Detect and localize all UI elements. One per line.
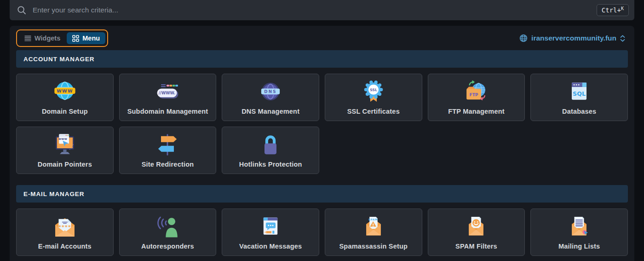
menu-card-e-mail-accounts[interactable]: ****E-mail Accounts	[16, 209, 114, 256]
menu-card-label: Spamassassin Setup	[339, 243, 408, 250]
domain-selector[interactable]: iranservercommunity.fun	[519, 34, 628, 42]
menu-view-label: Menu	[82, 35, 100, 42]
menu-card-ftp-management[interactable]: FTPFTP Management	[428, 74, 525, 121]
vacation-messages-icon	[258, 213, 283, 240]
menu-card-site-redirection[interactable]: Site Redirection	[119, 127, 217, 174]
shortcut-key: K	[621, 6, 624, 12]
section-e-mail-manager: E-MAIL MANAGER****E-mail AccountsAutores…	[16, 185, 628, 256]
svg-text:WWW: WWW	[57, 88, 73, 93]
section-account-manager: ACCOUNT MANAGERWWWDomain Setup//WWW.Subd…	[16, 50, 628, 174]
domain-setup-icon: WWW	[52, 78, 78, 105]
menu-card-hotlinks-protection[interactable]: Hotlinks Protection	[222, 127, 319, 174]
menu-card-label: E-mail Accounts	[38, 243, 92, 250]
domain-name: iranservercommunity.fun	[531, 34, 616, 42]
section-header: E-MAIL MANAGER	[16, 185, 628, 203]
search-icon	[17, 6, 26, 15]
search-bar: Ctrl+K	[10, 0, 634, 20]
menu-card-label: Mailing Lists	[558, 243, 600, 250]
ssl-certificates-icon: SSL	[361, 78, 386, 105]
svg-text:SQL: SQL	[573, 90, 586, 97]
menu-card-subdomain-management[interactable]: //WWW.Subdomain Management	[119, 74, 217, 121]
menu-card-label: Vacation Messages	[239, 243, 302, 250]
svg-text:SPAM: SPAM	[368, 218, 378, 221]
menu-card-label: DNS Management	[242, 108, 299, 115]
menu-card-label: Autoresponders	[141, 243, 194, 250]
spamassassin-setup-icon: SPAM	[361, 213, 386, 240]
widgets-view-label: Widgets	[34, 35, 60, 42]
menu-card-label: FTP Management	[448, 108, 505, 115]
search-input[interactable]	[33, 6, 590, 14]
view-toggle-group: Widgets Menu	[16, 29, 108, 47]
menu-view-button[interactable]: Menu	[67, 32, 105, 44]
toolbar: Widgets Menu	[16, 29, 628, 47]
menu-card-domain-pointers[interactable]: WWWDomain Pointers	[16, 127, 114, 174]
subdomain-management-icon: //WWW.	[154, 78, 181, 105]
menu-card-ssl-certificates[interactable]: SSLSSL Certificates	[325, 74, 422, 121]
hotlinks-protection-icon	[259, 131, 282, 158]
menu-grid: ****E-mail AccountsAutorespondersVacatio…	[16, 209, 628, 256]
autoresponders-icon	[154, 213, 181, 240]
section-header: ACCOUNT MANAGER	[16, 50, 628, 68]
menu-card-label: SPAM Filters	[455, 243, 497, 250]
menu-card-domain-setup[interactable]: WWWDomain Setup	[16, 74, 114, 121]
dns-management-icon: DNS	[258, 78, 283, 105]
updown-icon	[620, 35, 625, 42]
ftp-management-icon: FTP	[463, 78, 489, 105]
main-panel: Widgets Menu	[10, 26, 634, 261]
list-icon	[24, 35, 31, 41]
menu-card-autoresponders[interactable]: Autoresponders	[119, 209, 217, 256]
menu-card-label: Domain Pointers	[38, 161, 92, 168]
menu-card-label: SSL Certificates	[347, 108, 400, 115]
email-accounts-icon: ****	[52, 213, 78, 240]
menu-card-label: Hotlinks Protection	[239, 161, 302, 168]
svg-text://WWW.: //WWW.	[159, 91, 176, 95]
menu-card-label: Databases	[562, 108, 596, 115]
spam-filters-icon	[463, 213, 489, 240]
menu-card-databases[interactable]: SQLDatabases	[530, 74, 628, 121]
menu-card-label: Site Redirection	[142, 161, 194, 168]
globe-icon	[519, 34, 528, 42]
mailing-lists-icon	[566, 213, 592, 240]
menu-sections: ACCOUNT MANAGERWWWDomain Setup//WWW.Subd…	[16, 50, 628, 256]
widgets-view-button[interactable]: Widgets	[19, 32, 66, 44]
menu-card-vacation-messages[interactable]: Vacation Messages	[222, 209, 319, 256]
shortcut-mod: Ctrl+	[602, 6, 621, 14]
menu-card-label: Domain Setup	[42, 108, 88, 115]
svg-text:DNS: DNS	[264, 89, 276, 94]
domain-pointers-icon: WWW	[52, 131, 78, 158]
menu-card-dns-management[interactable]: DNSDNS Management	[222, 74, 319, 121]
databases-icon: SQL	[567, 78, 592, 105]
menu-grid: WWWDomain Setup//WWW.Subdomain Managemen…	[16, 74, 628, 174]
menu-card-spam-filters[interactable]: SPAM Filters	[428, 209, 525, 256]
svg-text:SSL: SSL	[370, 88, 377, 92]
menu-card-mailing-lists[interactable]: Mailing Lists	[530, 209, 628, 256]
svg-text:WWW: WWW	[58, 138, 67, 140]
svg-text:FTP: FTP	[470, 93, 478, 97]
menu-card-spamassassin-setup[interactable]: SPAMSpamassassin Setup	[325, 209, 422, 256]
grid-icon	[72, 35, 79, 42]
shortcut-badge: Ctrl+K	[597, 4, 629, 17]
site-redirection-icon	[155, 131, 180, 158]
menu-card-label: Subdomain Management	[127, 108, 208, 115]
